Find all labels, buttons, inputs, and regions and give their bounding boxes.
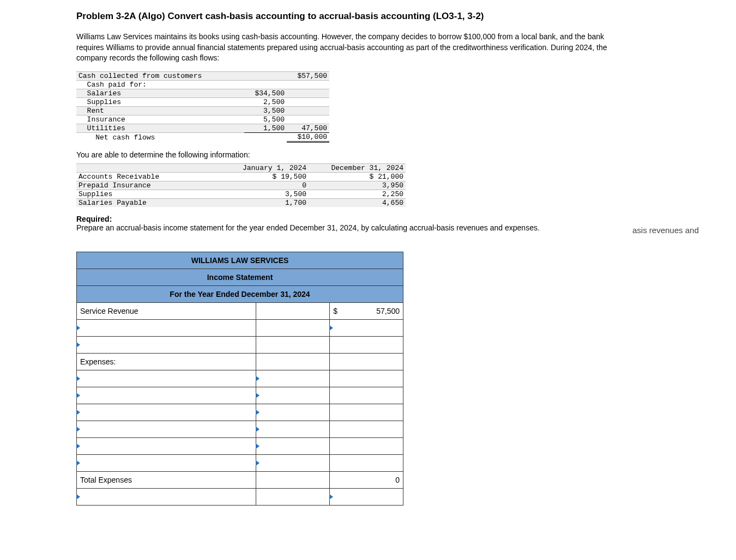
row-exp-amt1-4[interactable] (256, 421, 330, 437)
row-expenses-amt1[interactable] (256, 353, 330, 370)
row-bottom-amt1[interactable] (256, 488, 330, 505)
row-dropdown-1[interactable] (77, 319, 256, 336)
col-jan: January 1, 2024 (217, 163, 309, 172)
row-bottom-dropdown[interactable] (77, 488, 256, 505)
row-exp-dropdown-5[interactable] (77, 437, 256, 454)
row-service-revenue-amt2: $ 57,500 (330, 302, 403, 319)
overflow-text-fragment: asis revenues and (632, 226, 699, 235)
is-header-period: For the Year Ended December 31, 2024 (77, 285, 403, 302)
chevron-right-icon (329, 494, 333, 500)
chevron-right-icon (256, 460, 260, 466)
chevron-right-icon (256, 376, 260, 381)
row-exp-amt2-5[interactable] (330, 437, 403, 454)
chevron-right-icon (76, 427, 80, 432)
row-total-expenses-label: Total Expenses (77, 471, 256, 488)
chevron-right-icon (256, 427, 260, 432)
row-exp-dropdown-4[interactable] (77, 421, 256, 437)
row-exp-amt2-2[interactable] (330, 387, 403, 404)
row-dropdown-2[interactable] (77, 336, 256, 353)
chevron-right-icon (76, 393, 80, 398)
row-exp-amt2-3[interactable] (330, 404, 403, 421)
chevron-right-icon (76, 410, 80, 415)
row-exp-amt1-1[interactable] (256, 370, 330, 387)
chevron-right-icon (76, 494, 80, 500)
intro-paragraph: Williams Law Services maintains its book… (76, 32, 622, 64)
row-exp-amt1-3[interactable] (256, 404, 330, 421)
row-total-expenses-amt2: 0 (330, 471, 403, 488)
chevron-right-icon (256, 393, 260, 398)
chevron-right-icon (76, 376, 80, 381)
row-exp-amt2-1[interactable] (330, 370, 403, 387)
income-statement-form: WILLIAMS LAW SERVICES Income Statement F… (76, 252, 403, 506)
chevron-right-icon (76, 460, 80, 466)
col-dec: December 31, 2024 (309, 163, 406, 172)
row-amt1-2[interactable] (256, 336, 330, 353)
chevron-right-icon (329, 325, 333, 331)
row-bottom-amt2[interactable] (330, 488, 403, 505)
row-exp-amt1-2[interactable] (256, 387, 330, 404)
row-amt2-1[interactable] (330, 319, 403, 336)
row-exp-dropdown-2[interactable] (77, 387, 256, 404)
chevron-right-icon (256, 410, 260, 415)
chevron-right-icon (256, 443, 260, 449)
row-exp-dropdown-3[interactable] (77, 404, 256, 421)
problem-title: Problem 3-2A (Algo) Convert cash-basis a… (76, 11, 736, 22)
row-exp-dropdown-1[interactable] (77, 370, 256, 387)
chevron-right-icon (76, 325, 80, 331)
row-amt1-1[interactable] (256, 319, 330, 336)
row-total-expenses-amt1[interactable] (256, 471, 330, 488)
chevron-right-icon (76, 443, 80, 449)
row-exp-amt1-5[interactable] (256, 437, 330, 454)
is-header-title: Income Statement (77, 269, 403, 285)
row-exp-dropdown-6[interactable] (77, 454, 256, 471)
row-expenses-label: Expenses: (77, 353, 256, 370)
row-service-revenue-label: Service Revenue (77, 302, 256, 319)
row-expenses-amt2[interactable] (330, 353, 403, 370)
row-service-revenue-amt1[interactable] (256, 302, 330, 319)
chevron-right-icon (76, 342, 80, 348)
balances-intro: You are able to determine the following … (76, 150, 736, 159)
row-exp-amt2-4[interactable] (330, 421, 403, 437)
row-exp-amt2-6[interactable] (330, 454, 403, 471)
is-header-company: WILLIAMS LAW SERVICES (77, 252, 403, 269)
cash-flows-table: Cash collected from customers$57,500 Cas… (76, 71, 329, 143)
cf-label: Cash collected from customers (76, 71, 244, 80)
row-exp-amt1-6[interactable] (256, 454, 330, 471)
balances-table: January 1, 2024 December 31, 2024 Accoun… (76, 163, 406, 207)
row-amt2-2[interactable] (330, 336, 403, 353)
